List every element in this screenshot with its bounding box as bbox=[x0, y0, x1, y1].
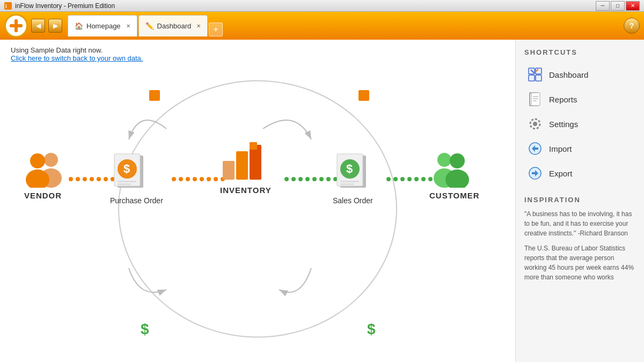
shortcut-settings[interactable]: Settings bbox=[524, 112, 635, 136]
dashboard-shortcut-label: Dashboard bbox=[549, 70, 588, 79]
svg-rect-32 bbox=[536, 75, 541, 81]
dotted-line-po-inv bbox=[172, 177, 225, 181]
sample-data-text: Using Sample Data right now. bbox=[11, 46, 504, 54]
customer-icon-svg bbox=[429, 150, 472, 188]
app-title: inFlow Inventory - Premium Edition bbox=[15, 2, 115, 10]
dot bbox=[291, 177, 296, 181]
dot bbox=[400, 177, 405, 181]
shortcut-import[interactable]: Import bbox=[524, 137, 635, 160]
vendor-label: VENDOR bbox=[21, 191, 64, 200]
shortcut-dashboard[interactable]: Dashboard bbox=[524, 63, 635, 86]
dot bbox=[90, 177, 94, 181]
settings-shortcut-icon bbox=[526, 115, 544, 132]
inventory-icon-svg bbox=[220, 139, 268, 182]
logo-button[interactable] bbox=[4, 14, 28, 38]
svg-rect-37 bbox=[533, 96, 538, 97]
dot bbox=[69, 177, 73, 181]
dot bbox=[186, 177, 190, 181]
content-area: Using Sample Data right now. Click here … bbox=[0, 40, 644, 362]
add-tab-button[interactable]: + bbox=[209, 23, 223, 36]
export-shortcut-icon bbox=[526, 165, 544, 182]
export-shortcut-label: Export bbox=[549, 169, 572, 178]
dot bbox=[284, 177, 289, 181]
dot bbox=[76, 177, 80, 181]
back-button[interactable]: ◀ bbox=[31, 19, 45, 33]
svg-text:$: $ bbox=[346, 162, 353, 175]
svg-rect-12 bbox=[118, 181, 136, 182]
svg-text:i: i bbox=[5, 3, 7, 9]
svg-rect-3 bbox=[10, 24, 23, 27]
title-bar-controls[interactable]: ─ □ ✕ bbox=[596, 1, 640, 11]
dot bbox=[407, 177, 412, 181]
svg-point-4 bbox=[44, 153, 58, 167]
reports-shortcut-icon bbox=[526, 91, 544, 108]
dot bbox=[386, 177, 391, 181]
vendor-item[interactable]: VENDOR bbox=[21, 150, 64, 200]
reports-shortcut-label: Reports bbox=[549, 95, 577, 104]
export-icon-svg bbox=[528, 166, 543, 181]
cycle-circle bbox=[118, 80, 397, 338]
help-button[interactable]: ? bbox=[624, 18, 640, 34]
svg-rect-38 bbox=[533, 98, 538, 99]
dot bbox=[393, 177, 398, 181]
tab-dashboard[interactable]: ✏️ Dashboard ✕ bbox=[138, 15, 208, 36]
minimize-button[interactable]: ─ bbox=[596, 1, 610, 11]
sales-order-label: Sales Order bbox=[333, 196, 373, 205]
tab-homepage[interactable]: 🏠 Homepage ✕ bbox=[68, 15, 137, 36]
inspiration-fact: The U.S. Bureau of Labor Statistics repo… bbox=[524, 243, 635, 282]
sidebar: SHORTCUTS Dashboard bbox=[515, 40, 644, 362]
logo-icon bbox=[9, 18, 24, 33]
dashboard-shortcut-icon bbox=[526, 66, 544, 83]
switch-data-link[interactable]: Click here to switch back to your own da… bbox=[11, 54, 504, 62]
inspiration-quote: "A business has to be involving, it has … bbox=[524, 209, 635, 238]
dot bbox=[104, 177, 108, 181]
title-bar-left: i inFlow Inventory - Premium Edition bbox=[4, 2, 115, 10]
svg-rect-22 bbox=[340, 181, 359, 182]
dashboard-tab-label: Dashboard bbox=[157, 22, 192, 30]
svg-point-40 bbox=[533, 122, 537, 126]
sales-order-icon-svg: $ bbox=[333, 153, 370, 193]
settings-icon-svg bbox=[528, 116, 543, 131]
cycle-diagram: $ $ VENDOR bbox=[11, 64, 504, 343]
import-icon-svg bbox=[528, 141, 543, 156]
sample-data-notice: Using Sample Data right now. Click here … bbox=[0, 40, 515, 64]
import-shortcut-icon bbox=[526, 140, 544, 157]
svg-rect-16 bbox=[250, 145, 261, 180]
vendor-icon-svg bbox=[21, 150, 64, 188]
shortcut-export[interactable]: Export bbox=[524, 161, 635, 185]
dot bbox=[414, 177, 419, 181]
import-shortcut-label: Import bbox=[549, 144, 572, 153]
dot bbox=[179, 177, 183, 181]
dot bbox=[214, 177, 218, 181]
svg-rect-15 bbox=[236, 151, 248, 180]
svg-rect-39 bbox=[533, 100, 537, 101]
purchase-order-icon-svg: $ bbox=[110, 153, 148, 193]
dashboard-tab-icon: ✏️ bbox=[145, 22, 154, 30]
close-button[interactable]: ✕ bbox=[626, 1, 640, 11]
forward-button[interactable]: ▶ bbox=[48, 19, 62, 33]
dot bbox=[326, 177, 331, 181]
svg-point-26 bbox=[450, 153, 465, 168]
dot bbox=[312, 177, 317, 181]
sales-order-item[interactable]: $ Sales Order bbox=[333, 153, 373, 205]
dot bbox=[97, 177, 101, 181]
dollar-sign-left: $ bbox=[141, 321, 149, 338]
dot bbox=[421, 177, 426, 181]
shortcuts-title: SHORTCUTS bbox=[524, 48, 635, 56]
homepage-tab-close[interactable]: ✕ bbox=[126, 23, 130, 29]
inventory-label: INVENTORY bbox=[220, 186, 272, 195]
purchase-order-label: Purchase Order bbox=[110, 196, 163, 205]
purchase-order-item[interactable]: $ Purchase Order bbox=[110, 153, 163, 205]
inventory-item[interactable]: INVENTORY bbox=[220, 139, 272, 195]
dot bbox=[298, 177, 303, 181]
dot bbox=[200, 177, 204, 181]
customer-item[interactable]: CUSTOMER bbox=[429, 150, 480, 200]
homepage-tab-icon: 🏠 bbox=[75, 22, 83, 30]
maximize-button[interactable]: □ bbox=[611, 1, 625, 11]
dot bbox=[305, 177, 310, 181]
shortcut-reports[interactable]: Reports bbox=[524, 87, 635, 111]
orange-square-right bbox=[358, 90, 369, 101]
main-panel: Using Sample Data right now. Click here … bbox=[0, 40, 515, 362]
app-icon: i bbox=[4, 2, 12, 10]
dashboard-tab-close[interactable]: ✕ bbox=[196, 23, 201, 29]
